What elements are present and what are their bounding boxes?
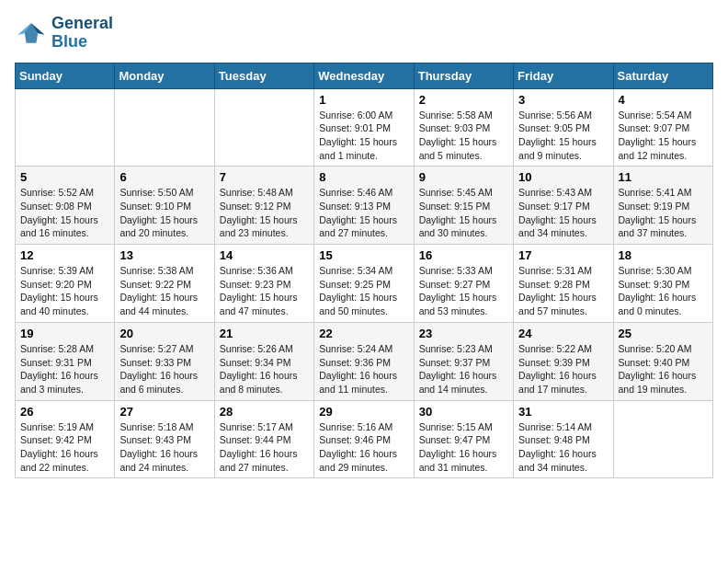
calendar-cell: 23Sunrise: 5:23 AM Sunset: 9:37 PM Dayli… <box>414 322 513 400</box>
calendar-header-row: SundayMondayTuesdayWednesdayThursdayFrid… <box>16 63 713 88</box>
cell-content: Sunrise: 6:00 AM Sunset: 9:01 PM Dayligh… <box>319 109 408 163</box>
cell-content: Sunrise: 5:33 AM Sunset: 9:27 PM Dayligh… <box>419 264 508 318</box>
cell-content: Sunrise: 5:31 AM Sunset: 9:28 PM Dayligh… <box>518 264 608 318</box>
cell-content: Sunrise: 5:56 AM Sunset: 9:05 PM Dayligh… <box>518 109 608 163</box>
calendar-cell: 8Sunrise: 5:46 AM Sunset: 9:13 PM Daylig… <box>314 167 414 245</box>
calendar-cell: 15Sunrise: 5:34 AM Sunset: 9:25 PM Dayli… <box>314 245 414 323</box>
cell-content: Sunrise: 5:24 AM Sunset: 9:36 PM Dayligh… <box>319 342 408 396</box>
calendar-cell: 4Sunrise: 5:54 AM Sunset: 9:07 PM Daylig… <box>613 88 712 167</box>
day-number: 15 <box>319 248 408 262</box>
day-number: 28 <box>220 405 309 419</box>
calendar-cell: 27Sunrise: 5:18 AM Sunset: 9:43 PM Dayli… <box>115 400 214 478</box>
cell-content: Sunrise: 5:19 AM Sunset: 9:42 PM Dayligh… <box>20 420 109 475</box>
calendar-cell: 20Sunrise: 5:27 AM Sunset: 9:33 PM Dayli… <box>115 322 214 400</box>
calendar-cell: 7Sunrise: 5:48 AM Sunset: 9:12 PM Daylig… <box>214 167 313 245</box>
calendar-header-friday: Friday <box>514 63 613 88</box>
calendar-cell: 29Sunrise: 5:16 AM Sunset: 9:46 PM Dayli… <box>314 400 414 478</box>
cell-content: Sunrise: 5:17 AM Sunset: 9:44 PM Dayligh… <box>220 420 309 475</box>
cell-content: Sunrise: 5:36 AM Sunset: 9:23 PM Dayligh… <box>220 264 309 318</box>
logo-bird-icon <box>15 17 48 50</box>
cell-content: Sunrise: 5:18 AM Sunset: 9:43 PM Dayligh… <box>119 420 209 475</box>
day-number: 7 <box>220 170 309 184</box>
day-number: 12 <box>20 248 109 262</box>
calendar-cell: 3Sunrise: 5:56 AM Sunset: 9:05 PM Daylig… <box>514 88 613 167</box>
day-number: 20 <box>119 327 209 340</box>
day-number: 5 <box>20 170 109 184</box>
calendar-cell <box>613 400 712 478</box>
cell-content: Sunrise: 5:30 AM Sunset: 9:30 PM Dayligh… <box>619 264 708 318</box>
day-number: 16 <box>419 248 508 262</box>
day-number: 2 <box>419 93 508 107</box>
calendar-cell: 6Sunrise: 5:50 AM Sunset: 9:10 PM Daylig… <box>115 167 214 245</box>
calendar-cell: 10Sunrise: 5:43 AM Sunset: 9:17 PM Dayli… <box>514 167 613 245</box>
day-number: 1 <box>319 93 408 107</box>
calendar-cell: 13Sunrise: 5:38 AM Sunset: 9:22 PM Dayli… <box>115 245 214 323</box>
cell-content: Sunrise: 5:20 AM Sunset: 9:40 PM Dayligh… <box>619 342 708 396</box>
day-number: 24 <box>518 327 608 340</box>
cell-content: Sunrise: 5:43 AM Sunset: 9:17 PM Dayligh… <box>518 186 608 240</box>
calendar-header-sunday: Sunday <box>16 63 115 88</box>
cell-content: Sunrise: 5:39 AM Sunset: 9:20 PM Dayligh… <box>20 264 109 318</box>
calendar-table: SundayMondayTuesdayWednesdayThursdayFrid… <box>15 63 713 479</box>
calendar-cell: 16Sunrise: 5:33 AM Sunset: 9:27 PM Dayli… <box>414 245 513 323</box>
day-number: 4 <box>619 93 708 107</box>
cell-content: Sunrise: 5:28 AM Sunset: 9:31 PM Dayligh… <box>20 342 109 396</box>
logo-text: General Blue <box>51 15 113 52</box>
calendar-week-row: 1Sunrise: 6:00 AM Sunset: 9:01 PM Daylig… <box>16 88 713 167</box>
cell-content: Sunrise: 5:50 AM Sunset: 9:10 PM Dayligh… <box>119 186 209 240</box>
day-number: 18 <box>619 248 708 262</box>
day-number: 19 <box>20 327 109 340</box>
day-number: 26 <box>20 405 109 419</box>
cell-content: Sunrise: 5:14 AM Sunset: 9:48 PM Dayligh… <box>518 420 608 475</box>
calendar-cell: 18Sunrise: 5:30 AM Sunset: 9:30 PM Dayli… <box>613 245 712 323</box>
day-number: 3 <box>518 93 608 107</box>
cell-content: Sunrise: 5:22 AM Sunset: 9:39 PM Dayligh… <box>518 342 608 396</box>
calendar-cell: 11Sunrise: 5:41 AM Sunset: 9:19 PM Dayli… <box>613 167 712 245</box>
calendar-cell: 30Sunrise: 5:15 AM Sunset: 9:47 PM Dayli… <box>414 400 513 478</box>
cell-content: Sunrise: 5:23 AM Sunset: 9:37 PM Dayligh… <box>419 342 508 396</box>
calendar-header-thursday: Thursday <box>414 63 513 88</box>
calendar-cell <box>115 88 214 167</box>
calendar-cell <box>16 88 115 167</box>
day-number: 22 <box>319 327 408 340</box>
calendar-cell: 14Sunrise: 5:36 AM Sunset: 9:23 PM Dayli… <box>214 245 313 323</box>
cell-content: Sunrise: 5:58 AM Sunset: 9:03 PM Dayligh… <box>419 109 508 163</box>
calendar-header-monday: Monday <box>115 63 214 88</box>
calendar-cell: 22Sunrise: 5:24 AM Sunset: 9:36 PM Dayli… <box>314 322 414 400</box>
cell-content: Sunrise: 5:54 AM Sunset: 9:07 PM Dayligh… <box>619 109 708 163</box>
calendar-cell: 28Sunrise: 5:17 AM Sunset: 9:44 PM Dayli… <box>214 400 313 478</box>
cell-content: Sunrise: 5:45 AM Sunset: 9:15 PM Dayligh… <box>419 186 508 240</box>
calendar-week-row: 5Sunrise: 5:52 AM Sunset: 9:08 PM Daylig… <box>16 167 713 245</box>
cell-content: Sunrise: 5:16 AM Sunset: 9:46 PM Dayligh… <box>319 420 408 475</box>
calendar-cell: 2Sunrise: 5:58 AM Sunset: 9:03 PM Daylig… <box>414 88 513 167</box>
day-number: 14 <box>220 248 309 262</box>
cell-content: Sunrise: 5:48 AM Sunset: 9:12 PM Dayligh… <box>220 186 309 240</box>
calendar-cell: 17Sunrise: 5:31 AM Sunset: 9:28 PM Dayli… <box>514 245 613 323</box>
calendar-cell: 31Sunrise: 5:14 AM Sunset: 9:48 PM Dayli… <box>514 400 613 478</box>
cell-content: Sunrise: 5:27 AM Sunset: 9:33 PM Dayligh… <box>119 342 209 396</box>
calendar-week-row: 19Sunrise: 5:28 AM Sunset: 9:31 PM Dayli… <box>16 322 713 400</box>
cell-content: Sunrise: 5:38 AM Sunset: 9:22 PM Dayligh… <box>119 264 209 318</box>
calendar-cell: 24Sunrise: 5:22 AM Sunset: 9:39 PM Dayli… <box>514 322 613 400</box>
page-header: General Blue <box>15 15 713 52</box>
calendar-week-row: 12Sunrise: 5:39 AM Sunset: 9:20 PM Dayli… <box>16 245 713 323</box>
calendar-cell: 21Sunrise: 5:26 AM Sunset: 9:34 PM Dayli… <box>214 322 313 400</box>
day-number: 25 <box>619 327 708 340</box>
cell-content: Sunrise: 5:26 AM Sunset: 9:34 PM Dayligh… <box>220 342 309 396</box>
calendar-cell: 5Sunrise: 5:52 AM Sunset: 9:08 PM Daylig… <box>16 167 115 245</box>
day-number: 23 <box>419 327 508 340</box>
calendar-cell: 12Sunrise: 5:39 AM Sunset: 9:20 PM Dayli… <box>16 245 115 323</box>
day-number: 13 <box>119 248 209 262</box>
logo: General Blue <box>15 15 113 52</box>
cell-content: Sunrise: 5:15 AM Sunset: 9:47 PM Dayligh… <box>419 420 508 475</box>
calendar-cell: 1Sunrise: 6:00 AM Sunset: 9:01 PM Daylig… <box>314 88 414 167</box>
calendar-header-saturday: Saturday <box>613 63 712 88</box>
day-number: 11 <box>619 170 708 184</box>
calendar-cell: 25Sunrise: 5:20 AM Sunset: 9:40 PM Dayli… <box>613 322 712 400</box>
cell-content: Sunrise: 5:52 AM Sunset: 9:08 PM Dayligh… <box>20 186 109 240</box>
cell-content: Sunrise: 5:46 AM Sunset: 9:13 PM Dayligh… <box>319 186 408 240</box>
calendar-cell: 19Sunrise: 5:28 AM Sunset: 9:31 PM Dayli… <box>16 322 115 400</box>
day-number: 30 <box>419 405 508 419</box>
day-number: 9 <box>419 170 508 184</box>
calendar-header-tuesday: Tuesday <box>214 63 313 88</box>
